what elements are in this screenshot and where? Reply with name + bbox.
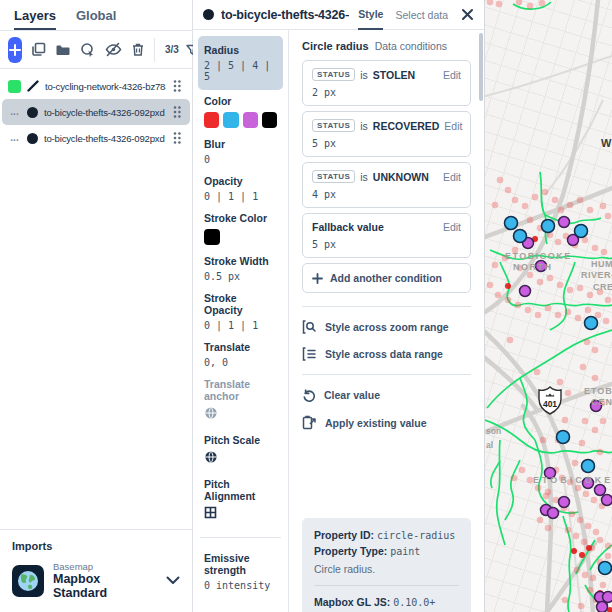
prop-label: Opacity bbox=[204, 175, 277, 187]
duplicate-layer-icon[interactable] bbox=[31, 41, 46, 58]
paint-property-list: Radius 2 | 5 | 4 | 5 Color Blur 0 bbox=[193, 30, 289, 612]
property-type-value: paint bbox=[390, 546, 420, 557]
edit-link[interactable]: Edit bbox=[444, 120, 462, 132]
gl-js-version: 0.10.0+ bbox=[393, 597, 435, 608]
divider bbox=[302, 374, 471, 375]
prop-emissive-strength[interactable]: Emissive strength 0 intensity bbox=[198, 547, 283, 596]
map-canvas[interactable]: ETOBICOKENORTHHUMRIVER–CREETOBICENETOBIC… bbox=[485, 0, 612, 612]
prop-translate-anchor[interactable]: Translate anchor bbox=[198, 373, 283, 429]
layer-count: 3/3 bbox=[165, 44, 179, 55]
prop-pitch-scale[interactable]: Pitch Scale bbox=[198, 429, 283, 473]
layers-toolbar: 3/3 bbox=[0, 31, 192, 69]
basemap-import-row[interactable]: Basemap Mapbox Standard bbox=[12, 561, 180, 600]
prop-label: Stroke Color bbox=[204, 212, 277, 224]
layer-row-cycling-network[interactable]: to-cycling-network-4326-bz783m bbox=[2, 73, 190, 99]
prop-label: Blur bbox=[204, 138, 277, 150]
panel-title: to-bicycle-thefts-4326–09... bbox=[221, 8, 349, 22]
data-range-icon bbox=[302, 347, 317, 361]
add-layer-button[interactable] bbox=[8, 37, 22, 63]
group-layers-folder-icon[interactable] bbox=[55, 41, 71, 58]
svg-text:CEN: CEN bbox=[591, 397, 612, 407]
prop-translate[interactable]: Translate 0, 0 bbox=[198, 336, 283, 373]
imports-heading: Imports bbox=[12, 540, 180, 552]
stroke-color-swatch[interactable] bbox=[204, 229, 220, 245]
prop-color[interactable]: Color bbox=[198, 90, 283, 133]
drag-handle-icon[interactable] bbox=[172, 79, 184, 93]
tab-layers[interactable]: Layers bbox=[14, 8, 56, 30]
edit-link[interactable]: Edit bbox=[443, 171, 461, 183]
undo-icon bbox=[302, 388, 316, 402]
svg-text:HUM: HUM bbox=[591, 259, 612, 269]
drag-handle-icon[interactable] bbox=[172, 131, 184, 145]
tab-select-data[interactable]: Select data bbox=[395, 0, 448, 30]
prop-pitch-alignment[interactable]: Pitch Alignment bbox=[198, 473, 283, 528]
apply-existing-value-button[interactable]: Apply existing value bbox=[302, 415, 471, 430]
radius-px-value: 5 px bbox=[312, 239, 461, 250]
globe-thumbnail-icon bbox=[12, 565, 44, 597]
svg-text:al: al bbox=[486, 440, 493, 450]
zoom-range-icon bbox=[302, 320, 317, 334]
prop-value: 0 intensity bbox=[204, 580, 277, 591]
condition-value: UNKNOWN bbox=[373, 171, 429, 183]
color-swatch[interactable] bbox=[223, 112, 238, 128]
toggle-visibility-eye-off-icon[interactable] bbox=[105, 41, 122, 58]
edit-link[interactable]: Edit bbox=[443, 221, 461, 233]
add-condition-button[interactable]: Add another condition bbox=[302, 263, 471, 293]
line-layer-icon bbox=[27, 80, 39, 92]
prop-stroke-opacity[interactable]: Stroke Opacity 0 | 1 | 1 bbox=[198, 287, 283, 336]
condition-value: STOLEN bbox=[373, 69, 415, 81]
select-layer-on-map-icon[interactable] bbox=[80, 41, 96, 58]
tab-style[interactable]: Style bbox=[358, 0, 383, 30]
prop-stroke-color[interactable]: Stroke Color bbox=[198, 207, 283, 250]
style-across-data-range[interactable]: Style across data range bbox=[302, 347, 471, 361]
layer-name: to-bicycle-thefts-4326-092pxd copy bbox=[44, 107, 166, 118]
style-across-zoom-range[interactable]: Style across zoom range bbox=[302, 320, 471, 334]
layer-name: to-cycling-network-4326-bz783m bbox=[45, 81, 166, 92]
field-chip: STATUS bbox=[312, 170, 355, 183]
prop-blur[interactable]: Blur 0 bbox=[198, 133, 283, 170]
divider bbox=[302, 306, 471, 307]
edit-link[interactable]: Edit bbox=[443, 69, 461, 81]
prop-stroke-width[interactable]: Stroke Width 0.5 px bbox=[198, 250, 283, 287]
tab-global[interactable]: Global bbox=[76, 8, 116, 30]
chevron-down-icon[interactable] bbox=[166, 576, 180, 585]
map-overlay: ETOBICOKENORTHHUMRIVER–CREETOBICENETOBIC… bbox=[485, 0, 612, 612]
prop-value: 0 | 1 | 1 bbox=[204, 191, 277, 202]
fallback-value-card[interactable]: Fallback value Edit 5 px bbox=[302, 213, 471, 258]
value-mode-label: Data conditions bbox=[375, 40, 447, 52]
clear-value-button[interactable]: Clear value bbox=[302, 388, 471, 402]
plus-icon bbox=[8, 43, 22, 57]
color-swatch[interactable] bbox=[262, 112, 277, 128]
operator-label: is bbox=[360, 69, 368, 81]
globe-icon bbox=[204, 406, 218, 420]
globe-icon bbox=[204, 450, 218, 464]
mapbox-studio-editor: Layers Global 3/3 bbox=[0, 0, 612, 612]
field-chip: STATUS bbox=[312, 68, 355, 81]
condition-card-recovered[interactable]: STATUS is RECOVERED Edit 5 px bbox=[302, 111, 471, 157]
panel-scrollbar[interactable] bbox=[479, 33, 483, 101]
prop-radius[interactable]: Radius 2 | 5 | 4 | 5 bbox=[198, 36, 283, 90]
close-icon[interactable] bbox=[461, 8, 474, 21]
color-swatch[interactable] bbox=[243, 112, 258, 128]
color-swatch[interactable] bbox=[204, 112, 219, 128]
condition-card-unknown[interactable]: STATUS is UNKNOWN Edit 4 px bbox=[302, 162, 471, 208]
panel-tabs: Style Select data bbox=[358, 0, 448, 30]
prop-label: Translate anchor bbox=[204, 378, 277, 402]
layer-name: to-bicycle-thefts-4326-092pxd bbox=[44, 133, 166, 144]
circle-radius-editor: Circle radius Data conditions STATUS is … bbox=[289, 30, 484, 612]
layer-row-bicycle-thefts-copy[interactable]: ... to-bicycle-thefts-4326-092pxd copy bbox=[2, 99, 190, 125]
radius-px-value: 2 px bbox=[312, 87, 461, 98]
condition-heading: Circle radius Data conditions bbox=[302, 40, 471, 52]
delete-layer-trash-icon[interactable] bbox=[131, 41, 145, 58]
panel-header: to-bicycle-thefts-4326–09... Style Selec… bbox=[193, 0, 484, 30]
basemap-type-label: Basemap bbox=[53, 561, 157, 572]
divider bbox=[200, 537, 281, 538]
prop-label: Translate bbox=[204, 341, 277, 353]
layer-list: to-cycling-network-4326-bz783m ... to-bi… bbox=[0, 69, 192, 529]
prop-opacity[interactable]: Opacity 0 | 1 | 1 bbox=[198, 170, 283, 207]
drag-handle-icon[interactable] bbox=[172, 105, 184, 119]
layer-row-bicycle-thefts[interactable]: ... to-bicycle-thefts-4326-092pxd bbox=[2, 125, 190, 151]
color-swatch-row bbox=[204, 112, 277, 128]
condition-card-stolen[interactable]: STATUS is STOLEN Edit 2 px bbox=[302, 60, 471, 106]
prop-value: 0 bbox=[204, 154, 277, 165]
